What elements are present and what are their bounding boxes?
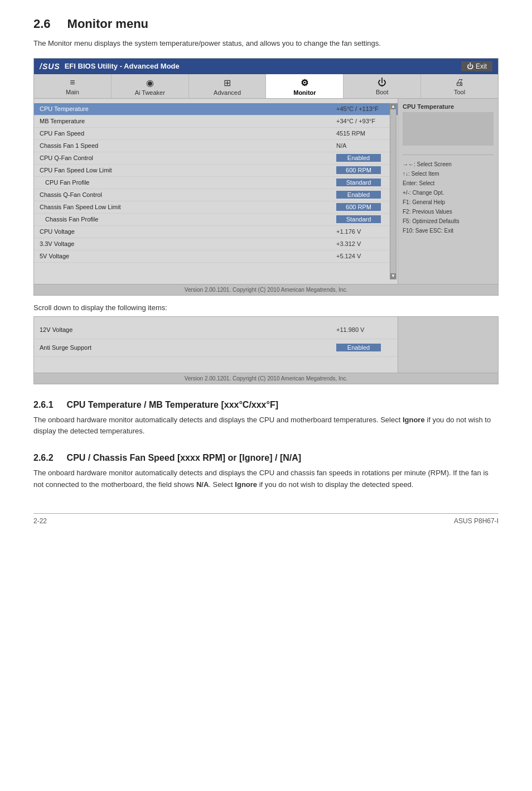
row-cpu-fan-speed-low-limit[interactable]: CPU Fan Speed Low Limit 600 RPM [34, 165, 398, 177]
row-33v-voltage[interactable]: 3.3V Voltage +3.312 V [34, 238, 398, 250]
subsection-262-title: 2.6.2CPU / Chassis Fan Speed [xxxx RPM] … [33, 453, 499, 463]
section-title: 2.6Monitor menu [33, 17, 499, 31]
spacer2 [34, 357, 398, 368]
row-cpu-qfan-control[interactable]: CPU Q-Fan Control Enabled [34, 152, 398, 165]
row-chassis-fan1-speed[interactable]: Chassis Fan 1 Speed N/A [34, 140, 398, 152]
right-info-section: CPU Temperature [403, 103, 494, 146]
label-chassis-fan1-speed: Chassis Fan 1 Speed [40, 142, 336, 149]
label-33v-voltage: 3.3V Voltage [40, 240, 336, 247]
label-cpu-fan-speed: CPU Fan Speed [40, 130, 336, 137]
monitor-icon: ⚙ [268, 78, 341, 88]
badge-chassis-fan-low: 600 RPM [336, 203, 381, 211]
value-cpu-fan-profile: Standard [336, 179, 392, 186]
value-cpu-voltage: +1.176 V [336, 228, 392, 235]
exit-label: Exit [476, 62, 487, 70]
scroll-down-btn[interactable]: ▼ [390, 273, 396, 279]
ai-tweaker-icon: ◉ [114, 78, 186, 88]
row-5v-voltage[interactable]: 5V Voltage +5.124 V [34, 250, 398, 263]
divider [403, 155, 494, 155]
subsection-261-body: The onboard hardware monitor automatical… [33, 414, 499, 438]
section-desc: The Monitor menu displays the system tem… [33, 38, 499, 49]
label-12v-voltage: 12V Voltage [40, 326, 336, 333]
bios-titlebar: /SUS EFI BIOS Utility - Advanced Mode ⏻ … [34, 59, 498, 74]
label-5v-voltage: 5V Voltage [40, 253, 336, 259]
value-cpu-fan-speed: 4515 RPM [336, 130, 392, 137]
key-help-line-6: F2: Previous Values [403, 207, 494, 216]
nav-item-boot[interactable]: ⏻ Boot [344, 74, 421, 98]
nav-item-tool[interactable]: 🖨 Tool [421, 74, 498, 98]
value-chassis-fan-low-limit: 600 RPM [336, 203, 392, 211]
badge-cpu-qfan: Enabled [336, 154, 381, 162]
right-info-title: CPU Temperature [403, 103, 494, 110]
badge-chassis-fan-profile: Standard [336, 215, 381, 223]
value-5v-voltage: +5.124 V [336, 253, 392, 259]
nav-item-advanced[interactable]: ⊞ Advanced [189, 74, 267, 98]
bios-scroll-left: 12V Voltage +11.980 V Anti Surge Support… [34, 317, 398, 373]
label-anti-surge: Anti Surge Support [40, 344, 336, 351]
row-chassis-fan-profile[interactable]: Chassis Fan Profile Standard [34, 214, 398, 226]
cpu-temp-visual [403, 112, 494, 146]
key-help-line-5: F1: General Help [403, 197, 494, 207]
subsection-262-num: 2.6.2 [33, 453, 54, 462]
value-cpu-temperature: +45°C / +113°F [336, 105, 392, 112]
nav-label-advanced: Advanced [214, 89, 241, 96]
value-12v-voltage: +11.980 V [336, 326, 392, 333]
scroll-up-btn[interactable]: ▲ [390, 104, 396, 109]
subsection-262-heading: CPU / Chassis Fan Speed [xxxx RPM] or [I… [67, 453, 302, 462]
label-cpu-temperature: CPU Temperature [40, 105, 336, 112]
label-cpu-fan-profile: CPU Fan Profile [45, 179, 336, 186]
label-chassis-fan-profile: Chassis Fan Profile [45, 216, 336, 223]
value-mb-temperature: +34°C / +93°F [336, 118, 392, 124]
nav-item-main[interactable]: ≡ Main [34, 74, 112, 98]
row-cpu-fan-profile[interactable]: CPU Fan Profile Standard [34, 177, 398, 189]
footer-left: 2-22 [33, 517, 47, 525]
spacer [34, 263, 398, 279]
label-chassis-qfan-control: Chassis Q-Fan Control [40, 191, 336, 198]
badge-chassis-qfan: Enabled [336, 191, 381, 199]
asus-slash: / [40, 62, 42, 71]
key-help-line-3: Enter: Select [403, 179, 494, 188]
row-chassis-fan-low-limit[interactable]: Chassis Fan Speed Low Limit 600 RPM [34, 201, 398, 214]
tool-icon: 🖨 [423, 78, 496, 88]
bios-window-scroll: 12V Voltage +11.980 V Anti Surge Support… [33, 316, 499, 384]
bios-titlebar-left: /SUS EFI BIOS Utility - Advanced Mode [40, 62, 180, 71]
row-chassis-qfan-control[interactable]: Chassis Q-Fan Control Enabled [34, 189, 398, 201]
label-cpu-voltage: CPU Voltage [40, 228, 336, 235]
nav-item-ai-tweaker[interactable]: ◉ Ai Tweaker [112, 74, 189, 98]
footer-right: ASUS P8H67-I [454, 517, 499, 525]
row-mb-temperature[interactable]: MB Temperature +34°C / +93°F [34, 115, 398, 128]
badge-anti-surge: Enabled [336, 344, 381, 351]
value-chassis-qfan-control: Enabled [336, 191, 392, 199]
section-num: 2.6 [33, 17, 51, 31]
main-icon: ≡ [36, 78, 109, 88]
boot-icon: ⏻ [346, 78, 418, 88]
label-cpu-qfan-control: CPU Q-Fan Control [40, 155, 336, 161]
label-chassis-fan-low-limit: Chassis Fan Speed Low Limit [40, 204, 336, 210]
bios-footer-main: Version 2.00.1201. Copyright (C) 2010 Am… [34, 284, 498, 295]
value-anti-surge: Enabled [336, 344, 392, 351]
exit-button[interactable]: ⏻ Exit [461, 61, 492, 71]
row-cpu-temperature[interactable]: CPU Temperature +45°C / +113°F ▲ ▼ [34, 103, 398, 115]
page-footer: 2-22 ASUS P8H67-I [33, 513, 499, 525]
key-help-line-2: ↑↓: Select Item [403, 169, 494, 179]
nav-label-main: Main [66, 89, 79, 95]
bios-scroll-right [398, 317, 498, 373]
key-help-line-7: F5: Optimized Defaults [403, 216, 494, 226]
bios-window-main: /SUS EFI BIOS Utility - Advanced Mode ⏻ … [33, 58, 499, 296]
power-icon: ⏻ [467, 62, 473, 70]
label-mb-temperature: MB Temperature [40, 118, 336, 124]
monitor-rows-container: CPU Temperature +45°C / +113°F ▲ ▼ MB Te… [34, 103, 398, 279]
row-12v-voltage[interactable]: 12V Voltage +11.980 V [34, 321, 398, 339]
row-cpu-fan-speed[interactable]: CPU Fan Speed 4515 RPM [34, 128, 398, 140]
asus-logo: /SUS [40, 62, 60, 71]
bios-navbar: ≡ Main ◉ Ai Tweaker ⊞ Advanced ⚙ Monitor… [34, 74, 498, 99]
row-cpu-voltage[interactable]: CPU Voltage +1.176 V [34, 226, 398, 238]
bios-footer-scroll: Version 2.00.1201. Copyright (C) 2010 Am… [34, 373, 498, 384]
nav-item-monitor[interactable]: ⚙ Monitor [266, 74, 344, 98]
key-help-line-8: F10: Save ESC: Exit [403, 226, 494, 235]
value-chassis-fan-profile: Standard [336, 215, 392, 223]
subsection-262-body: The onboard hardware monitor automatical… [33, 467, 499, 491]
row-anti-surge[interactable]: Anti Surge Support Enabled [34, 339, 398, 357]
subsection-261-title: 2.6.1CPU Temperature / MB Temperature [x… [33, 400, 499, 410]
value-cpu-fan-speed-low-limit: 600 RPM [336, 166, 392, 174]
